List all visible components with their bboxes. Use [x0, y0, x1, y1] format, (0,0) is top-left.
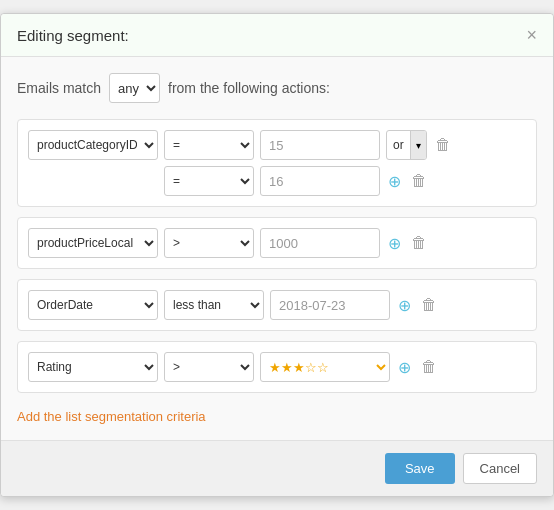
modal-body: Emails match any all from the following … [1, 57, 553, 440]
modal: Editing segment: × Emails match any all … [0, 13, 554, 497]
modal-footer: Save Cancel [1, 440, 553, 496]
criteria-group-3: OrderDate productCategoryID productPrice… [17, 279, 537, 331]
cancel-button[interactable]: Cancel [463, 453, 537, 484]
modal-title: Editing segment: [17, 27, 129, 44]
add-button-4[interactable]: ⊕ [396, 356, 413, 379]
criteria-row-2: productPriceLocal productCategoryID Orde… [28, 228, 526, 258]
delete-button-2[interactable]: 🗑 [409, 232, 429, 254]
criteria-group-4: Rating productCategoryID productPriceLoc… [17, 341, 537, 393]
criteria-row-4: Rating productCategoryID productPriceLoc… [28, 352, 526, 382]
add-button-1b[interactable]: ⊕ [386, 170, 403, 193]
criteria-row-1b: = != > < ⊕ 🗑 [28, 166, 526, 196]
add-criteria-link[interactable]: Add the list segmentation criteria [17, 409, 206, 424]
field-select-3[interactable]: OrderDate productCategoryID productPrice… [28, 290, 158, 320]
value-input-1b[interactable] [260, 166, 380, 196]
match-suffix: from the following actions: [168, 80, 330, 96]
match-any-select[interactable]: any all [109, 73, 160, 103]
delete-button-1[interactable]: 🗑 [433, 134, 453, 156]
criteria-group-1: productCategoryID productPriceLocal Orde… [17, 119, 537, 207]
rating-value-select[interactable]: ★★★☆☆ ★☆☆☆☆ ★★☆☆☆ ★★★★☆ ★★★★★ [260, 352, 390, 382]
save-button[interactable]: Save [385, 453, 455, 484]
add-button-3[interactable]: ⊕ [396, 294, 413, 317]
criteria-row-3: OrderDate productCategoryID productPrice… [28, 290, 526, 320]
field-select-4[interactable]: Rating productCategoryID productPriceLoc… [28, 352, 158, 382]
value-input-3[interactable] [270, 290, 390, 320]
delete-button-3[interactable]: 🗑 [419, 294, 439, 316]
delete-button-4[interactable]: 🗑 [419, 356, 439, 378]
delete-button-1b[interactable]: 🗑 [409, 170, 429, 192]
close-button[interactable]: × [526, 26, 537, 44]
or-select-1[interactable]: or ▾ [386, 130, 427, 160]
field-select-1[interactable]: productCategoryID productPriceLocal Orde… [28, 130, 158, 160]
value-input-1a[interactable] [260, 130, 380, 160]
operator-select-1a[interactable]: = != > < [164, 130, 254, 160]
modal-header: Editing segment: × [1, 14, 553, 57]
operator-select-4[interactable]: > = != < [164, 352, 254, 382]
operator-select-1b[interactable]: = != > < [164, 166, 254, 196]
value-input-2[interactable] [260, 228, 380, 258]
or-arrow-icon[interactable]: ▾ [410, 131, 426, 159]
match-row: Emails match any all from the following … [17, 73, 537, 103]
match-prefix: Emails match [17, 80, 101, 96]
criteria-group-2: productPriceLocal productCategoryID Orde… [17, 217, 537, 269]
or-label: or [387, 138, 410, 152]
add-button-2[interactable]: ⊕ [386, 232, 403, 255]
criteria-row-1a: productCategoryID productPriceLocal Orde… [28, 130, 526, 160]
operator-select-2[interactable]: > = != < [164, 228, 254, 258]
field-select-2[interactable]: productPriceLocal productCategoryID Orde… [28, 228, 158, 258]
operator-select-3[interactable]: less than greater than = != [164, 290, 264, 320]
